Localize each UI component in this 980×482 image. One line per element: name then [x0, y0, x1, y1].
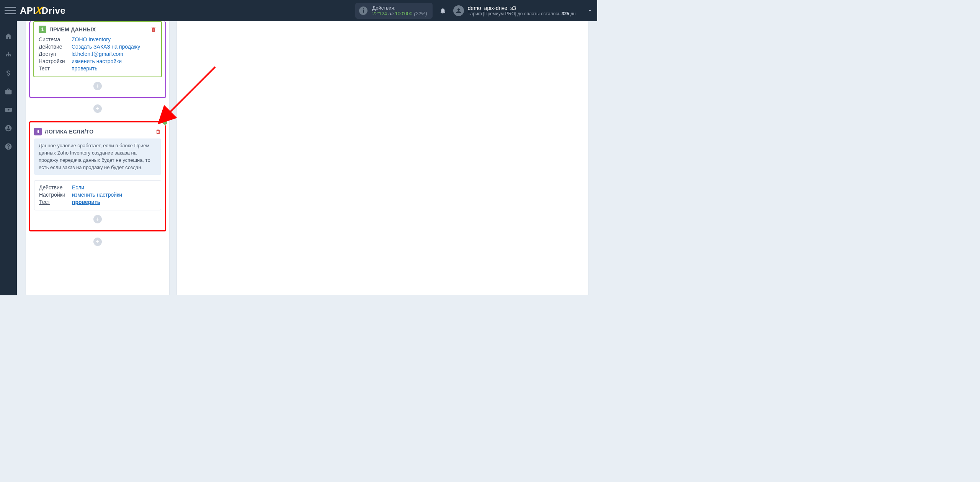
logo-api: API [20, 5, 36, 16]
user-menu[interactable]: demo_apix-drive_s3 Тариф |Премиум PRO| д… [453, 5, 593, 16]
actions-counter[interactable]: i Действия: 22'124 из 100'000 (22%) [355, 3, 432, 19]
val-action[interactable]: Создать ЗАКАЗ на продажу [72, 44, 140, 50]
delete-icon[interactable] [155, 129, 161, 135]
user-plan: Тариф |Премиум PRO| до оплаты осталось 3… [468, 11, 576, 16]
actions-value: 22'124 из 100'000 (22%) [372, 11, 427, 16]
panel-right [177, 21, 588, 295]
main-area: 1 ПРИЕМ ДАННЫХ СистемаZOHO Inventory Дей… [17, 21, 597, 295]
val4-settings[interactable]: изменить настройки [72, 192, 122, 198]
card-receive-data: 1 ПРИЕМ ДАННЫХ СистемаZOHO Inventory Дей… [33, 21, 162, 77]
dollar-icon[interactable] [5, 69, 12, 77]
status-dot [162, 119, 168, 125]
home-icon[interactable] [5, 33, 12, 40]
topbar-right: i Действия: 22'124 из 100'000 (22%) demo… [355, 3, 593, 19]
avatar-icon [453, 5, 464, 16]
val-access[interactable]: ld.helen.f@gmail.com [72, 51, 123, 57]
val4-test[interactable]: проверить [72, 199, 100, 205]
menu-button[interactable] [5, 5, 16, 16]
lbl4-action: Действие [39, 184, 72, 191]
user-circle-icon[interactable] [5, 124, 12, 132]
lbl-system: Система [39, 36, 72, 42]
add-step-outer-2[interactable]: + [93, 238, 102, 246]
card1-title: ПРИЕМ ДАННЫХ [49, 26, 96, 33]
notifications-icon[interactable] [439, 7, 446, 14]
lbl-settings: Настройки [39, 58, 72, 64]
lbl-action: Действие [39, 44, 72, 50]
youtube-icon[interactable] [5, 106, 12, 114]
user-name: demo_apix-drive_s3 [468, 5, 576, 11]
logo-drive: Drive [42, 5, 66, 16]
topbar: API X Drive i Действия: 22'124 из 100'00… [0, 0, 597, 21]
info-icon: i [359, 7, 368, 15]
lbl4-test: Тест [39, 199, 72, 205]
val4-action[interactable]: Если [72, 184, 84, 191]
delete-icon[interactable] [150, 26, 157, 33]
add-step-inner[interactable]: + [93, 82, 102, 90]
lbl4-settings: Настройки [39, 192, 72, 198]
sitemap-icon[interactable] [5, 51, 12, 59]
val-test[interactable]: проверить [72, 65, 98, 72]
logo[interactable]: API X Drive [20, 5, 65, 17]
val-system[interactable]: ZOHO Inventory [72, 36, 111, 42]
val-settings[interactable]: изменить настройки [72, 58, 122, 64]
lbl-test: Тест [39, 65, 72, 72]
step-badge-1: 1 [39, 26, 46, 33]
panel-left: 1 ПРИЕМ ДАННЫХ СистемаZOHO Inventory Дей… [26, 21, 169, 295]
purple-group: 1 ПРИЕМ ДАННЫХ СистемаZOHO Inventory Дей… [29, 21, 166, 98]
add-step-outer-1[interactable]: + [93, 104, 102, 113]
step-badge-4: 4 [34, 128, 42, 135]
sidebar [0, 21, 17, 295]
actions-label: Действия: [372, 5, 427, 11]
card-logic-if: 4 ЛОГИКА ЕСЛИ/ТО Данное условие сработае… [29, 121, 166, 231]
briefcase-icon[interactable] [5, 88, 12, 95]
user-info: demo_apix-drive_s3 Тариф |Премиум PRO| д… [468, 5, 576, 16]
chevron-down-icon [587, 8, 593, 13]
card4-description: Данное условие сработает, если в блоке П… [34, 138, 161, 175]
card4-settings: ДействиеЕсли Настройкиизменить настройки… [34, 180, 161, 210]
add-step-inner-2[interactable]: + [93, 215, 102, 223]
lbl-access: Доступ [39, 51, 72, 57]
card4-title: ЛОГИКА ЕСЛИ/ТО [45, 129, 93, 135]
help-icon[interactable] [5, 143, 12, 150]
